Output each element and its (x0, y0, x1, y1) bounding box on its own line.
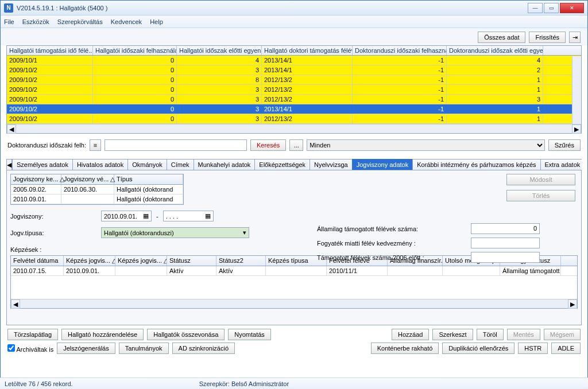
table-row[interactable]: 2009/10/2032012/13/2-11 (7, 114, 581, 124)
torzslap-button[interactable]: Törzslapátlag (7, 329, 58, 340)
jogviszony-grid: Jogviszony ke... △ Jogviszony vé... △ Tí… (10, 174, 184, 205)
tab-extra[interactable]: Extra adatok (540, 159, 582, 170)
pin-icon[interactable]: ⇥ (569, 32, 581, 43)
close-button[interactable]: ✕ (560, 3, 584, 13)
tab-content: Jogviszony ke... △ Jogviszony vé... △ Tí… (6, 170, 582, 325)
window-title: V2014.5.19.1 : Hallgatók (5400 ) (17, 5, 528, 11)
hstr-button[interactable]: HSTR (518, 343, 548, 354)
kcol[interactable]: Képzés jogvis... △ (115, 256, 167, 266)
jelszo-button[interactable]: Jelszógenerálás (57, 343, 115, 354)
refresh-button[interactable]: Frissítés (529, 32, 566, 43)
kcol[interactable]: Képzés jogvis... △ (64, 256, 115, 266)
jogv-col-end[interactable]: Jogviszony vé... △ (61, 174, 114, 184)
menu-help[interactable]: Help (150, 18, 163, 25)
statusbar: Letöltve 76 / 456 rekord. Szerepkör: Bel… (0, 378, 588, 389)
state-supported-label: Államilag támogatott félévek száma: (317, 225, 466, 232)
jogviszony-start-date[interactable]: 2010.09.01.▦ (101, 211, 152, 221)
menu-favorites[interactable]: Kedvencek (111, 18, 142, 25)
nyomtatas-button[interactable]: Nyomtatás (228, 329, 271, 340)
dash: - (156, 213, 158, 220)
filter-combo[interactable]: Minden (307, 139, 544, 151)
tab-legal-active[interactable]: Jogviszony adatok (352, 159, 413, 170)
table-row[interactable]: 2009/10/2032013/14/1-12 (7, 65, 581, 75)
table-row[interactable]: 2009/10/2032012/13/2-13 (7, 95, 581, 104)
tab-personal[interactable]: Személyes adatok (12, 159, 73, 170)
col-header[interactable]: Doktoranduszi időszak előtti egyenleg (447, 46, 543, 55)
all-data-button[interactable]: Összes adat (478, 32, 525, 43)
bottom-buttons-row2: Archiváltak is Jelszógenerálás Tanulmány… (1, 341, 587, 357)
jogv-row[interactable]: 2005.09.02. 2010.06.30. Hallgatói (dokto… (11, 185, 183, 194)
scroll-left-icon[interactable]: ◀ (11, 299, 20, 309)
form-jogviszony: Jogviszony: 2010.09.01.▦ - . . . .▦ (10, 211, 578, 221)
col-header[interactable]: Doktoranduszi időszaki felhasználás (353, 46, 447, 55)
adszink-button[interactable]: AD szinkronizáció (172, 343, 235, 354)
tab-qualifications[interactable]: Előképzettségek (254, 159, 310, 170)
bottom-buttons-row1: Törzslapátlag Hallgató hozzárendelése Ha… (1, 325, 587, 341)
jogv-col-start[interactable]: Jogviszony ke... △ (11, 174, 61, 184)
vertical-scrollbar[interactable] (572, 56, 581, 124)
supported-semesters-block: Államilag támogatott félévek száma:0 Fog… (317, 223, 540, 263)
tab-scroll-left-icon[interactable]: ◀ (6, 159, 12, 170)
col-header[interactable]: Hallgatói időszak előtti egyenleg (177, 46, 262, 55)
kontener-button[interactable]: Konténerbe rakható (371, 343, 439, 354)
search-label: Doktoranduszi időszaki felh: (7, 142, 86, 149)
torol-button[interactable]: Töröl (477, 329, 504, 340)
scroll-left-icon[interactable]: ◀ (7, 125, 16, 134)
col-header[interactable]: Hallgató doktori támogatás féléve (262, 46, 353, 55)
kepz-hscroll[interactable]: ◀ ▶ (11, 299, 577, 308)
tab-addresses[interactable]: Címek (167, 159, 194, 170)
minimize-button[interactable]: — (528, 3, 543, 13)
hozzarendel-button[interactable]: Hallgató hozzárendelése (61, 329, 144, 340)
table-row[interactable]: 2009/10/1042013/14/1-14 (7, 56, 581, 65)
jogv-col-type[interactable]: Típus (114, 174, 183, 184)
kepzesek-grid: Felvétel dátuma Képzés jogvis... △ Képzé… (10, 255, 578, 309)
kcol[interactable]: Felvétel dátuma (11, 256, 64, 266)
calendar-icon[interactable]: ▦ (205, 212, 211, 220)
menu-roleswitch[interactable]: Szerepkörváltás (57, 18, 103, 25)
main-grid-body: 2009/10/1042013/14/1-142009/10/2032013/1… (7, 56, 581, 124)
duplik-button[interactable]: Duplikáció ellenőrzés (442, 343, 514, 354)
tab-workplace[interactable]: Munkahelyi adatok (194, 159, 256, 170)
tab-previous-inst[interactable]: Korábbi intézmény és párhuzamos képzés (412, 159, 540, 170)
menu-file[interactable]: File (4, 18, 14, 25)
tab-documents[interactable]: Okmányok (127, 159, 167, 170)
kcol[interactable]: Státusz (167, 256, 216, 266)
main-grid: Hallgatói támogatási idő félé... Hallgat… (6, 45, 582, 134)
maximize-button[interactable]: ▭ (544, 3, 559, 13)
search-more-button[interactable]: ... (289, 139, 303, 151)
supported-pre2006-value[interactable] (471, 252, 540, 263)
search-button[interactable]: Keresés (250, 139, 286, 151)
tab-official[interactable]: Hivatalos adatok (72, 159, 128, 170)
table-row[interactable]: 2009/10/2032013/14/1-11 (7, 104, 581, 114)
kepzesek-row[interactable]: 2010.07.15. 2010.09.01. Aktív Aktív 2010… (11, 266, 577, 276)
menubar: File Eszközök Szerepkörváltás Kedvencek … (1, 15, 587, 28)
menu-tools[interactable]: Eszközök (22, 18, 49, 25)
tipus-combo[interactable]: Hallgatói (doktoranduszi)▾ (101, 227, 249, 238)
search-input[interactable] (105, 139, 247, 151)
jogv-row[interactable]: 2010.09.01. Hallgatói (doktorand (11, 194, 183, 204)
mentes-button: Mentés (507, 329, 540, 340)
archivaltak-checkbox[interactable]: Archiváltak is (7, 344, 53, 353)
jogviszony-end-date[interactable]: . . . .▦ (163, 211, 214, 221)
scroll-right-icon[interactable]: ▶ (568, 299, 577, 309)
tanulmanyok-button[interactable]: Tanulmányok (119, 343, 169, 354)
horizontal-scrollbar[interactable]: ◀ ▶ (7, 124, 581, 133)
table-row[interactable]: 2009/10/2082012/13/2-11 (7, 75, 581, 85)
calendar-icon[interactable]: ▦ (143, 212, 149, 220)
tab-language[interactable]: Nyelvvizsga (310, 159, 353, 170)
disability-value[interactable] (471, 238, 540, 248)
hozzaad-button[interactable]: Hozzáad (392, 329, 429, 340)
chevron-down-icon[interactable]: ▾ (243, 229, 246, 236)
scroll-right-icon[interactable]: ▶ (572, 125, 581, 134)
osszevonas-button[interactable]: Hallgatók összevonása (147, 329, 225, 340)
col-header[interactable]: Hallgatói támogatási idő félé... (7, 46, 93, 55)
table-row[interactable]: 2009/10/2032012/13/2-11 (7, 85, 581, 95)
search-mode-icon[interactable]: ≡ (90, 139, 101, 151)
state-supported-value: 0 (471, 223, 540, 234)
delete-button: Törlés (506, 190, 575, 201)
adle-button[interactable]: ADLE (551, 343, 581, 354)
szerkeszt-button[interactable]: Szerkeszt (432, 329, 473, 340)
filter-button[interactable]: Szűrés (548, 139, 581, 151)
col-header[interactable]: Hallgatói időszaki felhasználás (93, 46, 177, 55)
kcol[interactable]: Státusz2 (216, 256, 266, 266)
